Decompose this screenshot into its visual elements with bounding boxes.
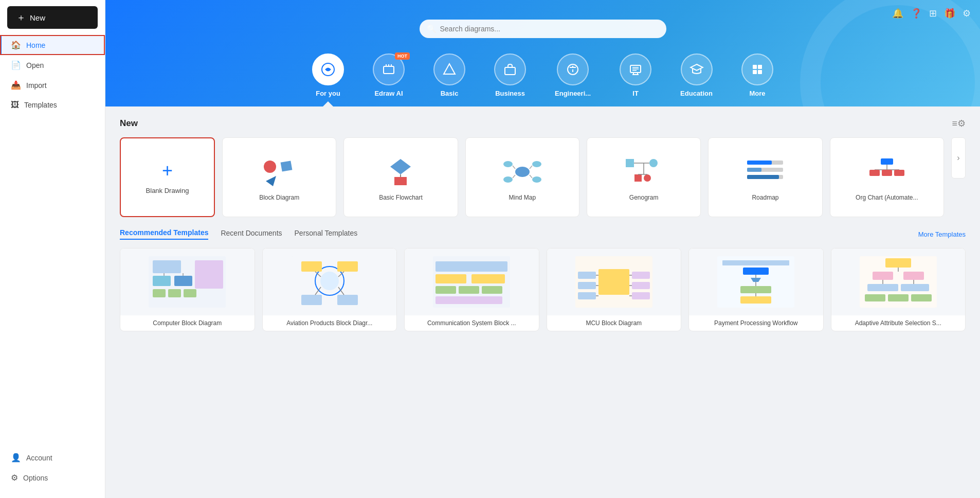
template-thumb-computer-block [120,248,255,315]
svg-rect-33 [626,159,634,167]
category-engineering-circle [557,54,589,85]
svg-point-34 [649,159,658,167]
svg-point-27 [532,161,541,167]
sidebar-item-templates[interactable]: 🖼 Templates [0,95,105,115]
sidebar-item-open[interactable]: 📄 Open [0,55,105,75]
diagram-card-block[interactable]: Block Diagram [222,137,336,217]
diagram-card-roadmap[interactable]: Roadmap [708,137,822,217]
diagram-label-roadmap: Roadmap [752,194,778,201]
sidebar-account-label: Account [26,454,52,462]
gift-icon[interactable]: 🎁 [944,8,955,19]
svg-rect-16 [753,70,757,74]
svg-rect-97 [722,260,789,265]
category-business-circle [494,54,526,85]
svg-marker-21 [390,159,411,174]
new-button[interactable]: ＋ New [7,6,98,29]
svg-rect-76 [435,274,466,283]
template-communication[interactable]: Communication System Block ... [404,248,539,331]
category-engineering-label: Engineeri... [555,90,591,97]
blank-plus-icon: + [162,160,173,182]
main-content-area: New ≡⚙ + Blank Drawing Block Diagram [105,106,980,343]
tab-personal[interactable]: Personal Templates [295,229,358,239]
svg-rect-77 [471,274,505,283]
diagram-card-flowchart[interactable]: Basic Flowchart [343,137,458,217]
template-title-mcu: MCU Block Diagram [547,315,681,331]
category-business[interactable]: Business [480,54,540,106]
tab-recommended[interactable]: Recommended Templates [120,228,208,240]
category-more[interactable]: More [727,54,788,106]
more-templates-link[interactable]: More Templates [918,230,966,238]
template-adaptive[interactable]: Adaptive Attribute Selection S... [831,248,966,331]
open-icon: 📄 [11,60,21,70]
category-for-you[interactable]: For you [298,54,358,106]
template-payment[interactable]: Payment Processing Workflow [688,248,824,331]
svg-rect-104 [740,296,771,304]
svg-line-31 [530,166,532,169]
home-icon: 🏠 [11,40,21,50]
sidebar-item-home[interactable]: 🏠 Home [0,35,105,55]
sidebar-templates-label: Templates [24,101,57,109]
diagram-thumb-genogram [623,154,664,190]
tabs-row: Recommended Templates Recent Documents P… [120,228,966,240]
diagram-thumb-mindmap [502,154,543,190]
svg-rect-54 [153,260,181,273]
svg-rect-17 [758,70,762,74]
svg-rect-75 [435,261,507,272]
help-icon[interactable]: ❓ [911,8,922,19]
template-computer-block[interactable]: Computer Block Diagram [120,248,255,331]
svg-rect-57 [153,289,166,297]
notification-icon[interactable]: 🔔 [892,8,903,19]
category-bar: For you HOT Edraw AI [105,54,980,106]
sidebar-nav: 🏠 Home 📄 Open 📥 Import 🖼 Templates [0,35,105,448]
svg-point-28 [532,176,541,183]
category-education[interactable]: Education [666,54,727,106]
svg-rect-112 [867,284,898,291]
svg-rect-108 [873,272,893,280]
settings-icon[interactable]: ⚙ [963,8,971,19]
svg-rect-84 [578,272,596,279]
svg-rect-19 [281,161,293,171]
grid-icon[interactable]: ⊞ [929,8,937,19]
diagram-card-mindmap[interactable]: Mind Map [465,137,579,217]
category-engineering[interactable]: Engineeri... [540,54,605,106]
sidebar-item-options[interactable]: ⚙ Options [0,468,105,488]
diagram-next-button[interactable]: › [951,137,966,179]
template-thumb-communication [405,248,539,315]
templates-row: Computer Block Diagram [120,248,966,331]
svg-rect-1 [384,66,394,74]
sidebar-item-import[interactable]: 📥 Import [0,75,105,95]
tab-recent[interactable]: Recent Documents [221,229,282,239]
sidebar-options-label: Options [23,474,48,482]
category-education-circle [681,54,713,85]
svg-point-18 [264,161,276,173]
templates-icon: 🖼 [11,100,19,110]
svg-rect-58 [168,289,181,297]
sidebar: ＋ New 🏠 Home 📄 Open 📥 Import 🖼 Templates… [0,0,105,498]
template-title-computer-block: Computer Block Diagram [120,315,255,331]
svg-rect-88 [632,282,650,289]
category-business-label: Business [495,90,525,97]
svg-rect-115 [888,294,909,301]
category-basic[interactable]: Basic [419,54,480,106]
svg-rect-56 [174,276,192,286]
section-settings-icon[interactable]: ≡⚙ [952,118,966,129]
svg-marker-20 [266,176,276,186]
diagram-card-genogram[interactable]: Genogram [587,137,701,217]
svg-line-32 [530,175,532,178]
main-content: 🔔 ❓ ⊞ 🎁 ⚙ 🔍 For you [105,0,980,498]
svg-rect-83 [598,269,629,295]
svg-point-65 [320,272,339,290]
template-aviation[interactable]: Aviation Products Block Diagr... [262,248,397,331]
svg-rect-106 [885,258,911,268]
svg-rect-47 [881,158,893,165]
account-icon: 👤 [11,453,21,463]
sidebar-item-account[interactable]: 👤 Account [0,448,105,468]
diagram-card-orgchart[interactable]: Org Chart (Automate... [830,137,944,217]
category-edraw-ai[interactable]: HOT Edraw AI [358,54,419,106]
svg-rect-80 [482,286,502,294]
svg-point-26 [503,176,513,183]
blank-drawing-card[interactable]: + Blank Drawing [120,137,215,217]
category-it[interactable]: IT [605,54,666,106]
template-mcu[interactable]: MCU Block Diagram [547,248,682,331]
svg-rect-15 [758,65,762,69]
